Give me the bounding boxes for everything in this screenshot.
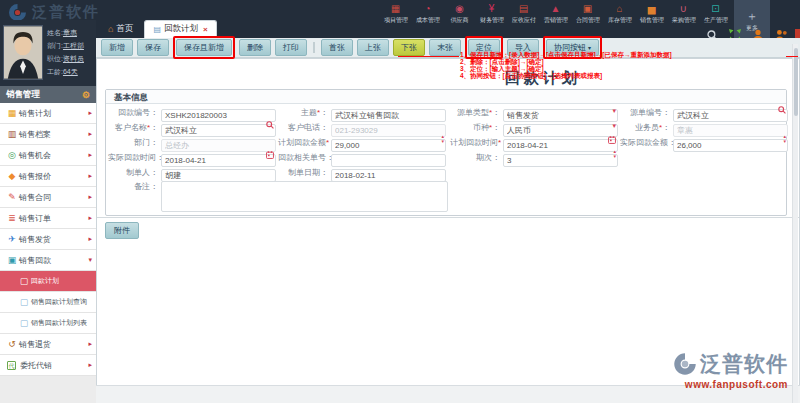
field-salesman: 业务员*： bbox=[620, 121, 788, 134]
sidebar-item-sales-contract[interactable]: ✎销售合同▸ bbox=[0, 187, 96, 208]
module-item-inventory[interactable]: ⌂库存管理 bbox=[605, 2, 634, 25]
stepper-icon[interactable]: ▴▾ bbox=[441, 134, 444, 144]
sidebar-item-sales-archive[interactable]: ▥销售档案▸ bbox=[0, 124, 96, 145]
page-icon: ▢ bbox=[17, 318, 31, 328]
return-icon: ↺ bbox=[5, 339, 19, 349]
user-profile: 姓名:章惠 部门:工程部 职位:资料员 工龄:64天 bbox=[0, 20, 96, 86]
field-remark: 备注： bbox=[108, 181, 448, 212]
sidebar-item-sales-shipment[interactable]: ✈销售发货▸ bbox=[0, 229, 96, 250]
watermark: 泛普软件 www.fanpusoft.com bbox=[673, 350, 788, 390]
module-item-marketing[interactable]: ▲营销管理 bbox=[541, 2, 570, 25]
add-button[interactable]: 新增 bbox=[101, 39, 133, 56]
sidebar-item-sales-opportunity[interactable]: ◎销售机会▸ bbox=[0, 145, 96, 166]
cost-module-icon: ◔ bbox=[424, 2, 430, 15]
chevron-right-icon: ▸ bbox=[88, 130, 92, 138]
tag-icon: ◆ bbox=[5, 171, 19, 181]
chevron-down-icon[interactable]: ▾ bbox=[612, 105, 616, 116]
module-item-production[interactable]: ⊡生产管理 bbox=[701, 2, 730, 25]
sidebar-item-sales-quote[interactable]: ◆销售报价▸ bbox=[0, 166, 96, 187]
delete-button[interactable]: 删除 bbox=[239, 39, 271, 56]
create-date-input[interactable] bbox=[331, 169, 446, 182]
finance-module-icon: ¥ bbox=[489, 2, 495, 15]
creator-input[interactable] bbox=[161, 169, 276, 182]
period-input[interactable] bbox=[503, 154, 618, 167]
sidebar-item-sales-order[interactable]: ≣销售订单▸ bbox=[0, 208, 96, 229]
vertical-scrollbar[interactable] bbox=[792, 44, 798, 403]
sidebar-item-sales-collection[interactable]: ▣销售回款▾ bbox=[0, 250, 96, 271]
project-module-icon: ▦ bbox=[391, 2, 400, 15]
module-item-purchase[interactable]: ∪采购管理 bbox=[669, 2, 698, 25]
plus-icon: ＋ bbox=[746, 10, 758, 23]
tab-home-label: 首页 bbox=[116, 23, 133, 35]
search-icon[interactable] bbox=[778, 105, 786, 114]
module-item-sales[interactable]: ▅销售管理 bbox=[637, 2, 666, 25]
field-payment-no: 回款编号： bbox=[108, 106, 276, 119]
field-actual-time: 实际回款时间： bbox=[108, 151, 276, 164]
print-button[interactable]: 打印 bbox=[275, 39, 307, 56]
sidebar-item-payment-plan-query[interactable]: ▢销售回款计划查询 bbox=[0, 292, 96, 313]
highlight-box-save-and-new: 保存且新增 bbox=[173, 36, 235, 59]
archive-icon: ▥ bbox=[5, 129, 19, 139]
sidebar-item-sales-return[interactable]: ↺销售退货▸ bbox=[0, 334, 96, 355]
sidebar-item-consignment[interactable]: 代委托代销▸ bbox=[0, 355, 96, 376]
supplier-module-icon: ◉ bbox=[455, 2, 464, 15]
app-window: 泛普软件 ▦项目管理 ◔成本管理 ◉供应商 ¥财务管理 ▤应收应付 ▲营销管理 … bbox=[0, 0, 800, 403]
gear-icon[interactable]: ⚙ bbox=[82, 90, 90, 100]
attachment-divider bbox=[97, 217, 799, 218]
close-icon[interactable]: × bbox=[203, 25, 208, 34]
watermark-logo-icon bbox=[673, 352, 697, 376]
remark-textarea[interactable] bbox=[161, 181, 448, 212]
basic-info-panel: 基本信息 回款编号： 主题*： 源单类型*： ▾ 源单编号： bbox=[105, 89, 787, 216]
module-item-supplier[interactable]: ◉供应商 bbox=[445, 2, 474, 25]
module-item-contract[interactable]: ▣合同管理 bbox=[573, 2, 602, 25]
next-record-button[interactable]: 下张 bbox=[393, 39, 425, 56]
attachment-button[interactable]: 附件 bbox=[105, 222, 139, 239]
list-icon: ≣ bbox=[5, 213, 19, 223]
page-icon: ▢ bbox=[17, 297, 31, 307]
stepper-icon[interactable]: ▴▾ bbox=[783, 134, 786, 144]
pen-icon: ✎ bbox=[5, 192, 19, 202]
calendar-icon[interactable] bbox=[608, 135, 616, 144]
field-source-type: 源单类型*： ▾ bbox=[450, 106, 618, 119]
marketing-module-icon: ▲ bbox=[551, 2, 561, 15]
plane-icon: ✈ bbox=[5, 234, 19, 244]
sidebar-section-header: 销售管理 ⚙ bbox=[0, 86, 96, 103]
chevron-right-icon: ▸ bbox=[88, 214, 92, 222]
field-related-no: 回款相关单号： bbox=[278, 151, 446, 164]
tab-home[interactable]: ⌂ 首页 bbox=[100, 21, 141, 38]
first-record-button[interactable]: 首张 bbox=[321, 39, 353, 56]
user-info: 姓名:章惠 部门:工程部 职位:资料员 工龄:64天 bbox=[47, 26, 84, 78]
module-item-project[interactable]: ▦项目管理 bbox=[381, 2, 410, 25]
basic-info-header: 基本信息 bbox=[106, 90, 786, 104]
module-item-ar-ap[interactable]: ▤应收应付 bbox=[509, 2, 538, 25]
module-item-finance[interactable]: ¥财务管理 bbox=[477, 2, 506, 25]
annotations: 1、保存且新增：[录入数据]→[点击保存且新增]→[已保存→重新添加数据] 2、… bbox=[460, 52, 796, 80]
field-create-date: 制单日期： bbox=[278, 166, 446, 179]
search-icon[interactable] bbox=[266, 120, 274, 129]
sidebar-item-payment-plan[interactable]: ▢回款计划 bbox=[0, 271, 96, 292]
calendar-icon: ▦ bbox=[5, 108, 19, 118]
sidebar-item-sales-plan[interactable]: ▦销售计划▸ bbox=[0, 103, 96, 124]
stepper-icon[interactable]: ▴▾ bbox=[613, 149, 616, 159]
chevron-right-icon: ▸ bbox=[88, 193, 92, 201]
basic-info-body: 回款编号： 主题*： 源单类型*： ▾ 源单编号： 客户名称*： bbox=[106, 104, 786, 215]
avatar bbox=[3, 25, 43, 80]
chevron-down-icon[interactable]: ▾ bbox=[612, 120, 616, 131]
module-item-cost[interactable]: ◔成本管理 bbox=[413, 2, 442, 25]
production-module-icon: ⊡ bbox=[711, 2, 719, 15]
chevron-right-icon: ▸ bbox=[88, 361, 92, 369]
save-button[interactable]: 保存 bbox=[137, 39, 169, 56]
prev-record-button[interactable]: 上张 bbox=[357, 39, 389, 56]
calendar-icon[interactable] bbox=[266, 150, 274, 159]
field-planned-amount: 计划回款金额*： ▴▾ bbox=[278, 136, 446, 149]
field-planned-time: 计划回款时间*： bbox=[450, 136, 618, 149]
toolbar-separator bbox=[313, 42, 315, 53]
field-creator: 制单人： bbox=[108, 166, 276, 179]
actual-amount-input[interactable] bbox=[673, 139, 788, 152]
ar-ap-module-icon: ▤ bbox=[519, 2, 528, 15]
field-period: 期次： ▴▾ bbox=[450, 151, 618, 164]
sidebar-item-payment-plan-list[interactable]: ▢销售回款计划列表 bbox=[0, 313, 96, 334]
user-tenure-line: 工龄:64天 bbox=[47, 65, 84, 78]
last-record-button[interactable]: 末张 bbox=[429, 39, 461, 56]
save-and-new-button[interactable]: 保存且新增 bbox=[176, 39, 232, 56]
